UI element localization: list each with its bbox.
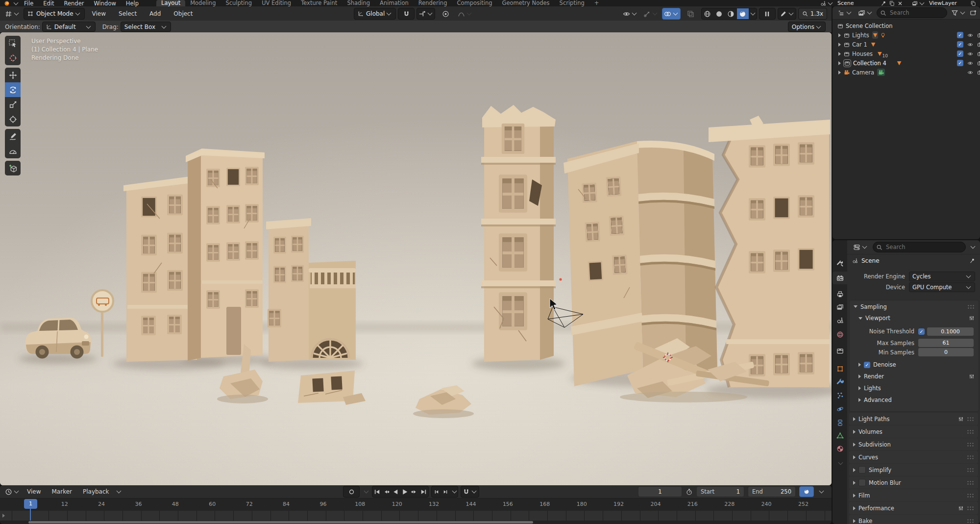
panel-bake[interactable]: Bake: [849, 515, 978, 524]
outliner-row-car-1[interactable]: Car 1 ▼ ✓: [833, 40, 980, 49]
tab-object-data[interactable]: [833, 429, 847, 442]
hide-eye-icon[interactable]: [967, 60, 973, 66]
panel-performance[interactable]: Performance: [849, 502, 978, 514]
annotate-pen-button[interactable]: [778, 8, 796, 20]
tab-collection[interactable]: [833, 344, 847, 357]
playback-menu-caret[interactable]: [116, 489, 121, 494]
frame-forward-button[interactable]: [441, 486, 450, 497]
sampling-panel-header[interactable]: Sampling: [850, 300, 979, 313]
outliner-row-collection-4[interactable]: Collection 4 ▼ ✓: [833, 58, 980, 68]
sampling-render-subpanel[interactable]: Render: [850, 371, 979, 382]
simplify-checkbox[interactable]: ✓: [858, 466, 866, 474]
min-samples-value[interactable]: 0: [918, 348, 974, 356]
tool-measure[interactable]: [5, 144, 21, 158]
frame-step-caret[interactable]: [450, 486, 458, 497]
tool-cursor[interactable]: [5, 50, 21, 65]
timeline-scrollbar-handle[interactable]: [28, 521, 533, 524]
timeline-editor-type-button[interactable]: [3, 486, 22, 498]
tab-strip-overflow[interactable]: [833, 457, 847, 470]
tool-select-box[interactable]: [5, 36, 21, 50]
outliner-display-mode-button[interactable]: [835, 7, 854, 19]
shading-wireframe-button[interactable]: [702, 8, 713, 19]
expand-icon[interactable]: [838, 71, 841, 75]
orientation-dropdown[interactable]: Default: [42, 22, 96, 32]
scene-browse-caret[interactable]: [828, 0, 833, 5]
new-collection-icon[interactable]: [970, 9, 977, 17]
menu-file[interactable]: File: [19, 0, 38, 7]
presets-icon[interactable]: [969, 315, 975, 321]
viewport-menu-object[interactable]: Object: [168, 10, 198, 17]
outliner-row-houses[interactable]: Houses ▼ 10 ✓: [833, 49, 980, 58]
noise-threshold-value[interactable]: 0.1000: [927, 327, 974, 336]
frame-start-field[interactable]: Start1: [696, 486, 744, 497]
tab-scene[interactable]: [833, 314, 847, 326]
tab-physics[interactable]: [833, 402, 847, 415]
menu-help[interactable]: Help: [121, 0, 144, 7]
play-reverse-button[interactable]: [391, 486, 400, 497]
view-layer-name[interactable]: ViewLayer: [925, 0, 970, 6]
tab-output[interactable]: [833, 288, 847, 300]
outliner-row-scene-collection[interactable]: Scene Collection: [833, 21, 980, 30]
properties-search-input[interactable]: [873, 242, 966, 252]
denoise-subpanel-header[interactable]: ✓ Denoise: [850, 359, 979, 371]
tool-add-cube[interactable]: [5, 161, 21, 175]
presets-icon[interactable]: [969, 374, 975, 379]
pin-icon[interactable]: [969, 258, 975, 264]
tab-view-layer[interactable]: [833, 300, 847, 313]
blender-menu-caret[interactable]: [14, 0, 19, 5]
exclude-checkbox[interactable]: ✓: [957, 50, 963, 57]
timeline-snap-toggle[interactable]: [461, 486, 479, 498]
workspace-tab-texture-paint[interactable]: Texture Paint: [296, 0, 342, 6]
view-layer-caret[interactable]: [920, 0, 925, 5]
proportional-edit-toggle[interactable]: [437, 8, 454, 20]
scene-unlink-icon[interactable]: [897, 0, 903, 6]
pause-render-button[interactable]: [759, 8, 776, 20]
drag-dropdown[interactable]: Select Box: [121, 22, 171, 32]
panel-film[interactable]: Film: [849, 489, 978, 501]
blender-logo-icon[interactable]: [4, 0, 10, 6]
playhead[interactable]: 1: [24, 499, 37, 509]
panel-subdivision[interactable]: Subdivision: [849, 438, 978, 450]
outliner-id-filter-button[interactable]: [856, 7, 875, 19]
show-overlays-button[interactable]: [662, 8, 681, 20]
render-engine-dropdown[interactable]: Cycles: [909, 272, 975, 281]
outliner-filter-button[interactable]: [949, 7, 968, 19]
sampling-advanced-subpanel[interactable]: Advanced: [850, 394, 979, 406]
tab-world[interactable]: [833, 328, 847, 341]
workspace-tab-shading[interactable]: Shading: [342, 0, 375, 6]
shading-material-button[interactable]: [725, 8, 737, 19]
timeline-overlay-toggle[interactable]: [799, 486, 814, 497]
presets-icon[interactable]: [958, 416, 964, 422]
prev-keyframe-button[interactable]: [382, 486, 391, 497]
view-layer-icon[interactable]: [912, 0, 918, 6]
channel-expand-icon[interactable]: [2, 514, 5, 518]
auto-keying-toggle[interactable]: [343, 486, 360, 498]
tab-constraints[interactable]: [833, 416, 847, 429]
timeline-track-area[interactable]: [0, 511, 832, 521]
render-visibility-icon[interactable]: [977, 42, 980, 48]
shading-options-caret[interactable]: [749, 8, 757, 19]
workspace-tab-uv-editing[interactable]: UV Editing: [257, 0, 296, 6]
outliner-row-lights[interactable]: Lights ▼ ✓: [833, 30, 980, 40]
sampling-viewport-subpanel-header[interactable]: Viewport: [850, 313, 979, 324]
expand-icon[interactable]: [838, 52, 841, 56]
workspace-tab-animation[interactable]: Animation: [375, 0, 414, 6]
scene-name[interactable]: Scene: [833, 0, 881, 6]
expand-icon[interactable]: [838, 33, 841, 37]
timeline-menu-view[interactable]: View: [22, 488, 46, 495]
timeline-menu-playback[interactable]: Playback: [77, 488, 115, 495]
workspace-tab-rendering[interactable]: Rendering: [414, 0, 452, 6]
hide-eye-icon[interactable]: [967, 42, 973, 48]
shading-rendered-button[interactable]: [737, 8, 749, 19]
add-workspace-button[interactable]: +: [589, 0, 604, 6]
shading-solid-button[interactable]: [713, 8, 725, 19]
scene-new-copy-icon[interactable]: [889, 0, 895, 6]
sampling-lights-subpanel[interactable]: Lights: [850, 382, 979, 394]
play-button[interactable]: [400, 486, 410, 497]
proportional-falloff-selector[interactable]: [456, 8, 474, 20]
render-visibility-icon[interactable]: [977, 70, 980, 75]
object-type-visibility-button[interactable]: [621, 8, 639, 20]
playhead-line[interactable]: [30, 507, 31, 521]
render-visibility-icon[interactable]: [977, 32, 980, 38]
snap-toggle[interactable]: [398, 8, 415, 20]
